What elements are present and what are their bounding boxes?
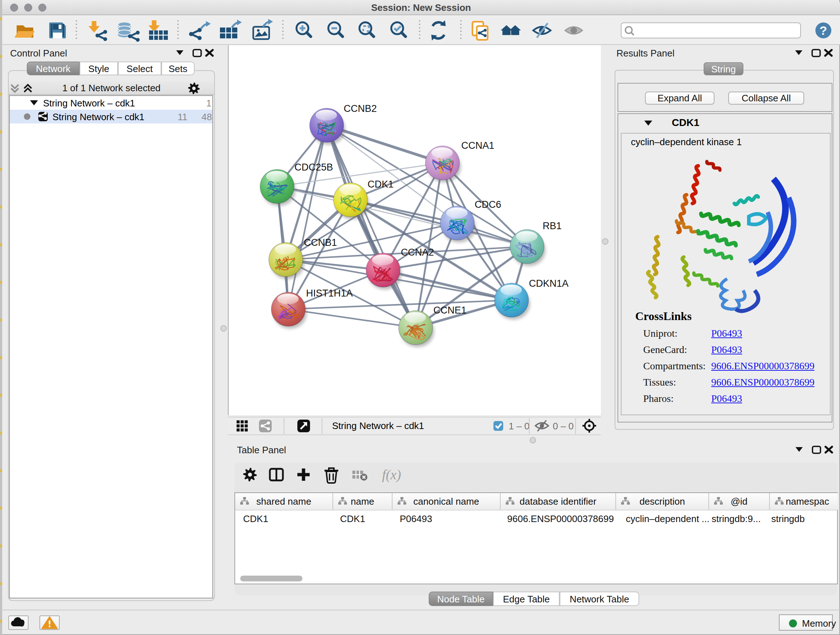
svg-text:RB1: RB1 xyxy=(543,220,562,231)
svg-text:CCNE1: CCNE1 xyxy=(433,305,467,316)
svg-text:CCNB2: CCNB2 xyxy=(344,103,377,114)
svg-text:CDC25B: CDC25B xyxy=(294,162,333,173)
svg-text:?: ? xyxy=(820,24,827,37)
svg-text:HIST1H1A: HIST1H1A xyxy=(306,288,353,299)
svg-text:CDKN1A: CDKN1A xyxy=(529,278,569,289)
svg-text:CCNB1: CCNB1 xyxy=(304,237,337,248)
svg-text:CCNA2: CCNA2 xyxy=(401,247,434,258)
svg-text:CDC6: CDC6 xyxy=(475,199,501,210)
svg-text:CDK1: CDK1 xyxy=(368,179,393,190)
svg-text:f(x): f(x) xyxy=(382,467,401,483)
svg-text:CCNA1: CCNA1 xyxy=(461,140,494,151)
